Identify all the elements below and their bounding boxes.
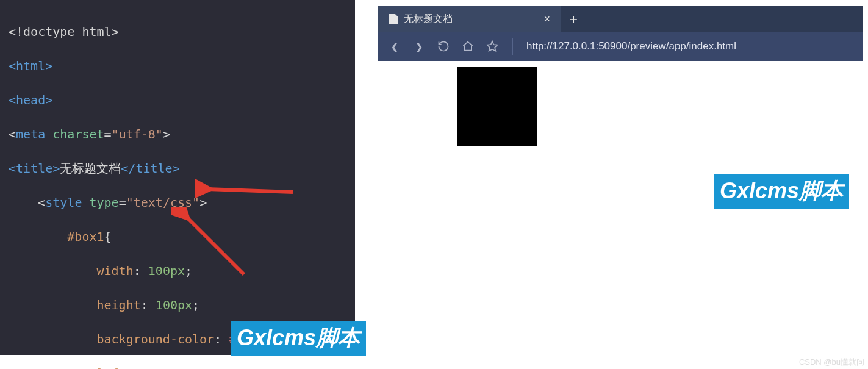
favorite-button[interactable] bbox=[486, 40, 499, 52]
reload-button[interactable] bbox=[437, 40, 450, 52]
back-button[interactable]: ❮ bbox=[388, 39, 401, 54]
code-title-text: 无标题文档 bbox=[60, 162, 121, 175]
tab-title: 无标题文档 bbox=[404, 13, 453, 26]
document-icon bbox=[389, 14, 398, 24]
watermark-blue-left: Gxlcms脚本 bbox=[231, 321, 366, 356]
tab-strip: 无标题文档 × + bbox=[378, 6, 863, 32]
code-doctype: <!doctype html> bbox=[9, 24, 119, 39]
box1 bbox=[457, 67, 537, 146]
divider bbox=[512, 38, 513, 55]
home-button[interactable] bbox=[461, 40, 475, 52]
url-field[interactable]: http://127.0.0.1:50900/preview/app/index… bbox=[526, 40, 736, 52]
browser-tab[interactable]: 无标题文档 × bbox=[378, 6, 561, 32]
close-tab-button[interactable]: × bbox=[543, 13, 550, 26]
new-tab-button[interactable]: + bbox=[561, 6, 586, 32]
code-editor: <!doctype html> <html> <head> <meta char… bbox=[0, 0, 355, 355]
page-viewport bbox=[378, 61, 863, 360]
code-head-open: <head> bbox=[9, 93, 52, 107]
forward-button[interactable]: ❯ bbox=[412, 39, 426, 54]
watermark-blue-right: Gxlcms脚本 bbox=[714, 174, 849, 209]
address-bar: ❮ ❯ http://127.0.0.1:50900/preview/app/i… bbox=[378, 32, 863, 61]
code-html-open: <html> bbox=[9, 59, 52, 73]
code-selector: #box1 bbox=[67, 229, 104, 244]
watermark-csdn: CSDN @bu懂就问 bbox=[799, 357, 864, 368]
